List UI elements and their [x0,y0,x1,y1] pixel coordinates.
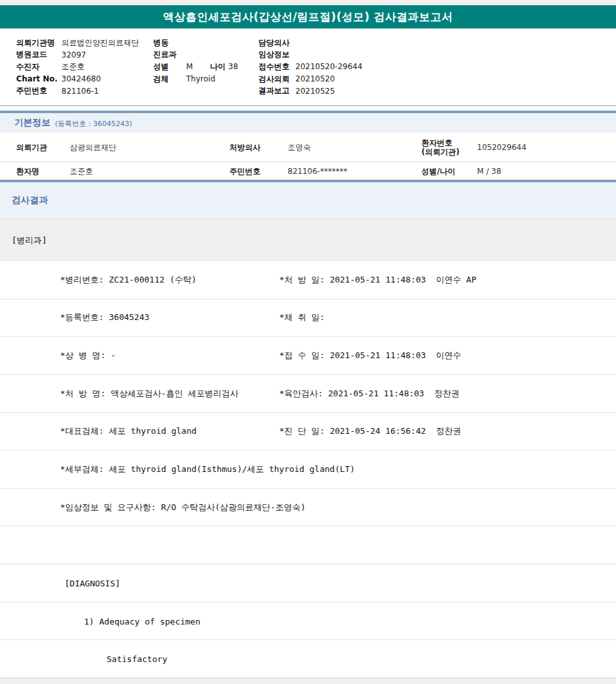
result-right-text: *채 취 일: [279,312,324,323]
cell-value: 821106-******* [288,167,347,176]
field-value: 의료법인양진의료재단 [61,37,139,48]
field-value: 조준호 [61,61,85,72]
info-row: 병원코드32097 [16,49,139,61]
info-row: 담당의사 [259,37,363,49]
spacer [0,106,616,111]
info-row: 검사의뢰20210520 [259,73,363,85]
field-value: Thyroid [186,74,215,83]
cell-label: 환자번호(의뢰기관) [421,138,460,156]
field-value: 20210525 [295,87,335,96]
result-left-text: *대표검체: 세포 thyroid gland [60,425,196,437]
info-row: 수진자조준호 [16,61,139,73]
diagnosis-header-text: [DIAGNOSIS] [65,578,120,588]
field-label: 검사의뢰 [259,74,295,85]
result-left-text: *처 방 명: 액상세포검사-흡인 세포병리검사 [60,388,239,400]
section-title: 검사결과 [12,195,48,206]
basic-info-table: 의뢰기관 삼광의료재단 처방의사 조영숙 환자번호(의뢰기관) 10520296… [0,133,616,182]
field-value: 32097 [61,50,86,59]
field-label: 나이 [210,61,228,72]
diagnosis-item-text: 1) Adequacy of specimen [84,616,200,626]
cell-value: 조영숙 [288,142,311,153]
result-left-text: *세부검체: 세포 thyroid gland(Isthmus)/세포 thyr… [60,464,355,475]
field-value: 30424680 [61,74,101,83]
field-label: 접수번호 [259,61,295,72]
section-subtitle: (등록번호 : 36045243) [55,118,132,129]
cell-label: 의뢰기관 [16,142,47,153]
field-label: 임상정보 [259,49,295,60]
result-left-text: *임상정보 및 요구사항: R/O 수탁검사(삼광의료재단-조영숙) [60,502,306,513]
result-left-text: *상 병 명: - [60,350,116,361]
report-title-bar: 액상흡인세포검사(갑상선/림프절)(성모) 검사결과보고서 [0,5,616,28]
result-right-text: *육안검사: 2021-05-21 11:48:03 정찬권 [279,388,460,400]
field-value: M [186,62,210,71]
department-row: [병리과] [0,219,616,261]
result-right-text: *처 방 일: 2021-05-21 11:48:03 이연수 AP [279,274,476,286]
info-row: 의뢰기관명의료법인양진의료재단 [16,37,139,49]
department-label: [병리과] [12,235,47,246]
diagnosis-value-text: Satisfactory [107,654,167,664]
info-row: Chart No.30424680 [16,73,139,85]
header-info-section: 의뢰기관명의료법인양진의료재단 병원코드32097 수진자조준호 Chart N… [0,28,616,105]
cell-label: 처방의사 [229,142,260,153]
diagnosis-item-row: 1) Adequacy of specimen [0,603,616,641]
cell-value: 1052029644 [477,143,526,152]
field-label: Chart No. [16,74,61,83]
field-value: 20210520-29644 [295,62,363,71]
field-label: 주민번호 [16,85,61,96]
info-row: 주민번호821106-1 [16,85,139,97]
basic-info-section-header: 기본정보 (등록번호 : 36045243) [0,111,616,133]
cell-label: 환자명 [16,166,39,176]
result-row-empty [0,526,616,564]
result-row: *병리번호: ZC21-000112 (수탁)*처 방 일: 2021-05-2… [0,261,616,299]
result-row: *임상정보 및 요구사항: R/O 수탁검사(삼광의료재단-조영숙) [0,489,616,527]
result-right-text: *접 수 일: 2021-05-21 11:48:03 이연수 [279,350,462,361]
result-rows: *병리번호: ZC21-000112 (수탁)*처 방 일: 2021-05-2… [0,261,616,678]
bottom-gray-strip [0,678,616,684]
result-row: *상 병 명: -*접 수 일: 2021-05-21 11:48:03 이연수 [0,337,616,375]
result-right-text: *진 단 일: 2021-05-24 16:56:42 정찬권 [279,425,462,437]
table-row: 환자명 조준호 주민번호 821106-******* 성별/나이 M / 38 [0,162,616,180]
report-page: 액상흡인세포검사(갑상선/림프절)(성모) 검사결과보고서 의뢰기관명의료법인양… [0,0,616,684]
header-info-left-column: 의뢰기관명의료법인양진의료재단 병원코드32097 수진자조준호 Chart N… [16,37,139,97]
result-left-text: *병리번호: ZC21-000112 (수탁) [60,274,196,286]
field-label: 병동 [153,37,186,48]
result-row: *세부검체: 세포 thyroid gland(Isthmus)/세포 thyr… [0,451,616,489]
results-section-header: 검사결과 [0,182,616,219]
cell-label: 주민번호 [229,166,260,176]
info-row: 진료과 [153,49,238,61]
report-title: 액상흡인세포검사(갑상선/림프절)(성모) 검사결과보고서 [163,10,453,25]
info-row: 결과보고20210525 [259,85,363,97]
cell-value: M / 38 [477,167,501,176]
cell-value: 조준호 [70,166,93,176]
table-row: 의뢰기관 삼광의료재단 처방의사 조영숙 환자번호(의뢰기관) 10520296… [0,133,616,162]
field-label: 진료과 [153,49,186,60]
field-label: 성별 [153,61,186,72]
field-label: 담당의사 [259,37,295,48]
top-gray-strip [0,0,616,5]
cell-label: 성별/나이 [421,166,455,176]
result-row: *대표검체: 세포 thyroid gland*진 단 일: 2021-05-2… [0,413,616,451]
header-info-right-column: 담당의사 임상정보 접수번호20210520-29644 검사의뢰2021052… [259,37,363,97]
field-label: 검체 [153,74,186,85]
field-label: 결과보고 [259,85,295,96]
field-value: 821106-1 [61,87,99,96]
cell-label-line: 환자번호 [421,138,460,147]
diagnosis-header-row: [DIAGNOSIS] [0,564,616,603]
result-left-text: *등록번호: 36045243 [60,312,149,323]
section-title: 기본정보 [14,117,50,129]
field-value: 38 [228,62,238,71]
header-info-middle-column: 병동 진료과 성별M나이38 검체Thyroid [153,37,238,85]
info-row: 접수번호20210520-29644 [259,61,363,73]
info-row: 임상정보 [259,49,363,61]
info-row: 성별M나이38 [153,61,238,73]
diagnosis-value-row: Satisfactory [0,640,616,678]
cell-value: 삼광의료재단 [70,142,116,153]
cell-label-line: (의뢰기관) [421,147,460,156]
field-label: 병원코드 [16,49,61,60]
info-row: 병동 [153,37,238,49]
field-label: 수진자 [16,61,61,72]
result-row: *처 방 명: 액상세포검사-흡인 세포병리검사*육안검사: 2021-05-2… [0,375,616,413]
result-row: *등록번호: 36045243*채 취 일: [0,299,616,337]
field-label: 의뢰기관명 [16,37,61,48]
field-value: 20210520 [295,74,335,83]
